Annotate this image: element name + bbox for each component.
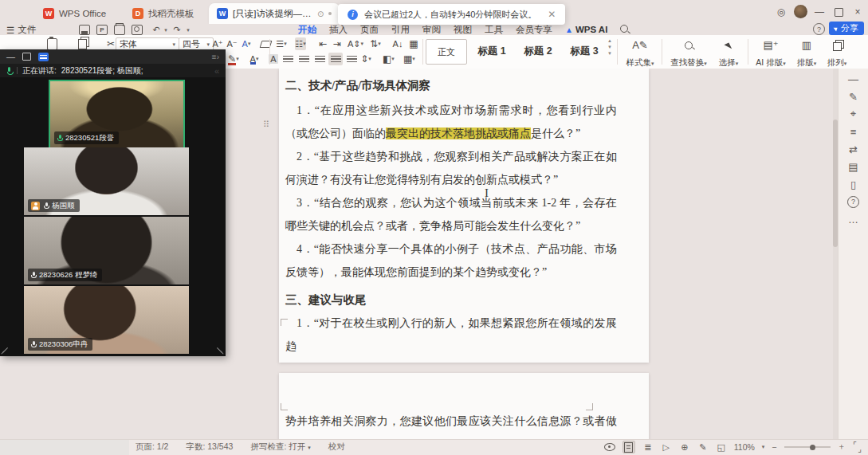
style-heading1[interactable]: 标题 1 — [470, 39, 513, 63]
contact-card-icon[interactable]: ▯ — [839, 177, 868, 191]
proofread-button[interactable]: 校对 — [328, 441, 345, 453]
paste-button[interactable] — [46, 37, 57, 50]
video-tile-4[interactable]: 28230306申冉 — [24, 286, 189, 354]
eye-protect-icon[interactable] — [604, 443, 615, 451]
sort-button[interactable]: A↓ — [392, 37, 403, 50]
panel-resize-handle-left[interactable] — [2, 347, 10, 355]
panel-maximize-icon[interactable] — [22, 53, 31, 61]
font-color-button[interactable]: A▾ — [249, 53, 260, 65]
zoom-caret-icon[interactable]: ▾ — [762, 444, 765, 450]
styles-gallery-scroll[interactable]: ▲ ▼ ▼ — [607, 38, 612, 56]
wps-ai-button[interactable]: ▲ WPS AI — [559, 25, 614, 34]
style-normal[interactable]: 正文 — [426, 39, 467, 65]
borders-button[interactable]: ▦▾ — [403, 53, 415, 65]
ribbon-search-button[interactable] — [614, 25, 634, 34]
paragraph-shading-button[interactable]: ◧▾ — [383, 53, 395, 65]
save-button[interactable] — [78, 25, 91, 35]
spellcheck-status[interactable]: 拼写检查: 打开 ▾ — [250, 441, 310, 453]
decrease-indent-button[interactable]: ⇤ — [317, 37, 328, 50]
read-mode-button[interactable]: ▷ — [661, 441, 672, 453]
align-right-button[interactable] — [312, 53, 327, 65]
panel-resize-handle-right[interactable] — [216, 347, 224, 355]
style-set-button[interactable]: A✎ 样式集▾ — [622, 37, 658, 70]
convert-icon[interactable]: ⇄ — [839, 142, 868, 156]
banner-close-icon[interactable]: ✕ — [548, 9, 556, 20]
highlight-color-button[interactable]: ✎▾ — [228, 53, 239, 65]
appearance-icon[interactable]: ◎ — [774, 6, 788, 18]
sidebar-help-icon[interactable]: ? — [839, 194, 868, 209]
ribbon-tab-view[interactable]: 视图 — [447, 24, 478, 36]
zoom-in-button[interactable]: ＋ — [838, 441, 846, 453]
quickbar-more-caret[interactable]: ▾ — [185, 25, 191, 35]
web-layout-button[interactable]: ⊕ — [679, 441, 690, 453]
find-replace-button[interactable]: 查找替换▾ — [666, 37, 711, 70]
ribbon-tab-tools[interactable]: 工具 — [478, 24, 509, 36]
increase-indent-button[interactable]: ⇥ — [332, 37, 343, 50]
sidebar-collapse-button[interactable]: — — [839, 72, 868, 86]
zoom-out-button[interactable]: − — [772, 442, 776, 452]
document-page-1[interactable]: 二、技术/产品/市场具体洞察 1．“在应用这些新兴技术或应对市场新需求时，您看到… — [279, 69, 649, 363]
style-heading2[interactable]: 标题 2 — [516, 39, 560, 63]
fit-window-button[interactable]: ◱ — [716, 441, 727, 453]
cut-button[interactable]: ✂ — [105, 37, 116, 50]
show-marks-button[interactable]: ▦ — [408, 37, 419, 50]
align-distribute-button[interactable] — [344, 53, 359, 65]
restore-button[interactable] — [831, 6, 846, 18]
minimize-button[interactable]: — — [812, 6, 827, 18]
char-scale-button[interactable]: A⇕▾ — [348, 37, 363, 50]
redo-button[interactable]: ↷ — [171, 25, 183, 35]
ribbon-tab-member[interactable]: 会员专享 — [509, 24, 559, 36]
zoom-level[interactable]: 110% — [734, 442, 755, 452]
word-count[interactable]: 字数: 13/543 — [186, 441, 233, 453]
tab-docer[interactable]: D 找稻壳模板 — [124, 3, 202, 24]
file-menu[interactable]: ☰ 文件 — [6, 24, 36, 36]
print-layout-view-button[interactable] — [623, 441, 635, 453]
decrease-font-button[interactable]: A⁻ — [226, 37, 238, 50]
asian-layout-button[interactable]: ⇅▾ — [370, 37, 381, 50]
panel-collapse-icon[interactable]: ≡› — [212, 53, 219, 61]
document-page-2[interactable]: 势并培养相关洞察力，您建议他们最应该关注什么信息源？或者做哪 — [279, 373, 649, 440]
print-preview-button[interactable] — [131, 25, 143, 35]
tab-document[interactable]: W [只读]访谈提纲——贵建培训 ⊙ — [209, 3, 340, 24]
help-button[interactable]: ? — [813, 23, 825, 35]
zoom-slider[interactable] — [784, 446, 831, 448]
panel-minimize-icon[interactable]: — — [6, 53, 15, 61]
text-effects-button[interactable]: A▾ — [241, 37, 252, 50]
arrange-button[interactable]: 排列▾ — [823, 37, 851, 70]
avatar[interactable] — [794, 5, 807, 18]
undo-history-caret[interactable]: ▾ — [163, 25, 169, 35]
line-spacing-button[interactable]: ⇕▾ — [360, 53, 371, 65]
layout-button[interactable]: ▥ 排版▾ — [792, 37, 821, 70]
ribbon-tab-reference[interactable]: 引用 — [385, 24, 416, 36]
adjust-settings-icon[interactable]: ≡ — [839, 124, 868, 139]
edit-pen-icon[interactable]: ✎ — [839, 89, 868, 104]
paragraph-drag-handle[interactable]: ⠿ — [263, 120, 269, 130]
comment-bubble-icon[interactable]: ⊙ — [317, 10, 324, 18]
numbered-list-button[interactable]: ☷▾ — [295, 37, 306, 50]
increase-font-button[interactable]: A⁺ — [212, 37, 223, 50]
select-button[interactable]: 选择▾ — [714, 37, 743, 70]
panel-hide-arrows-icon[interactable]: « — [214, 66, 219, 76]
copy-button[interactable] — [77, 37, 88, 50]
meeting-video-panel[interactable]: — ≡› 正在讲话: 28230521段誉; 杨国顺; « 28230521段誉… — [0, 49, 226, 356]
align-justify-button[interactable] — [328, 53, 343, 65]
align-center-button[interactable] — [297, 53, 311, 65]
ai-layout-button[interactable]: ▤⁺ AI 排版▾ — [751, 37, 791, 70]
share-button[interactable]: 分享 — [829, 22, 864, 35]
video-tile-3[interactable]: 28230626 程梦绮 — [24, 217, 189, 284]
align-left-button[interactable] — [281, 53, 295, 65]
proofread-doc-icon[interactable]: ▤ — [839, 159, 868, 174]
select-lasso-icon[interactable]: ⌖ — [839, 107, 868, 121]
undo-button[interactable]: ↶ — [150, 25, 163, 35]
video-tile-2[interactable]: 杨国顺 — [24, 147, 189, 215]
ribbon-tab-home[interactable]: 开始 — [292, 24, 323, 36]
video-tile-1[interactable]: 28230521段誉 — [49, 80, 185, 149]
outline-view-button[interactable]: ≣ — [642, 441, 654, 453]
close-button[interactable]: × — [850, 6, 865, 18]
print-button[interactable] — [113, 25, 126, 35]
annotate-pen-button[interactable]: ✎ — [697, 441, 709, 453]
ribbon-tab-page[interactable]: 页面 — [354, 24, 385, 36]
fullscreen-icon[interactable] — [853, 443, 862, 452]
page-indicator[interactable]: 页面: 1/2 — [136, 441, 168, 453]
bullet-list-button[interactable]: ☰▾ — [276, 37, 287, 50]
